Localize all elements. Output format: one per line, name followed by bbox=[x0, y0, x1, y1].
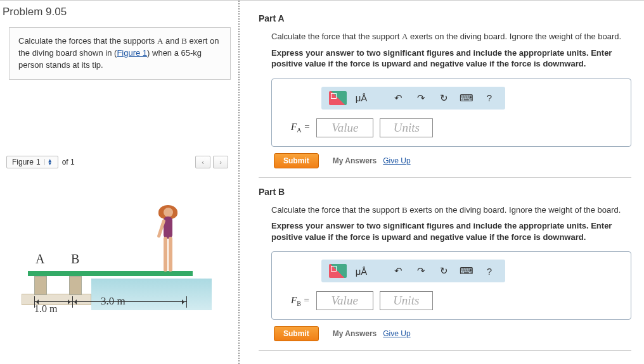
part-a-units-input[interactable]: Units bbox=[380, 118, 433, 137]
part-b-heading: Part B bbox=[259, 187, 631, 197]
figure-link[interactable]: Figure 1 bbox=[117, 48, 147, 58]
figure-current: 1 bbox=[36, 158, 41, 166]
undo-icon[interactable]: ↶ bbox=[390, 91, 406, 106]
problem-title: Problem 9.05 bbox=[3, 3, 232, 25]
my-answers-label: My Answers bbox=[333, 156, 377, 165]
part-a-support-symbol: A bbox=[402, 32, 408, 41]
part-b-variable: FB = bbox=[291, 295, 310, 307]
problem-text-mid1: and bbox=[163, 36, 181, 46]
figure-image: A B 1.0 m 3.0 m bbox=[9, 176, 226, 322]
support-b-symbol: B bbox=[181, 36, 187, 46]
figure-of-text: of 1 bbox=[61, 158, 75, 166]
separator bbox=[259, 350, 631, 351]
figure-next-button[interactable]: › bbox=[213, 156, 228, 168]
problem-text-pre: Calculate the forces that the supports bbox=[18, 36, 157, 46]
my-answers-label: My Answers bbox=[333, 329, 377, 338]
stepper-icon[interactable]: ▲▼ bbox=[44, 159, 53, 165]
figure-label-a: A bbox=[35, 252, 44, 267]
part-a-answer-links: My Answers Give Up bbox=[333, 156, 411, 165]
symbols-button[interactable]: μÅ bbox=[353, 91, 370, 106]
figure-dim-btip: 3.0 m bbox=[101, 295, 126, 308]
give-up-link[interactable]: Give Up bbox=[383, 156, 410, 165]
part-a-prompt: Calculate the force that the support A e… bbox=[271, 31, 631, 42]
part-b-instruction: Express your answer to two significant f… bbox=[271, 220, 631, 242]
figure-selector[interactable]: Figure 1 ▲▼ bbox=[6, 156, 58, 168]
keyboard-icon[interactable]: ⌨ bbox=[458, 263, 475, 279]
part-b-toolbar: μÅ ↶ ↷ ↻ ⌨ ? bbox=[321, 260, 505, 282]
problem-statement: Calculate the forces that the supports A… bbox=[9, 27, 231, 80]
figure-dim-ab: 1.0 m bbox=[34, 303, 57, 315]
redo-icon[interactable]: ↷ bbox=[413, 91, 429, 106]
templates-icon[interactable] bbox=[329, 91, 347, 105]
part-b-submit-button[interactable]: Submit bbox=[274, 326, 319, 341]
part-b-answer-box: μÅ ↶ ↷ ↻ ⌨ ? FB = Value Units bbox=[271, 251, 631, 320]
part-b-value-input[interactable]: Value bbox=[316, 291, 373, 310]
reset-icon[interactable]: ↻ bbox=[435, 91, 452, 106]
reset-icon[interactable]: ↻ bbox=[435, 263, 452, 279]
separator bbox=[259, 177, 631, 178]
part-a-instruction: Express your answer to two significant f… bbox=[271, 47, 631, 70]
part-a-prompt-post: exerts on the diving board. Ignore the w… bbox=[408, 32, 621, 41]
part-a-toolbar: μÅ ↶ ↷ ↻ ⌨ ? bbox=[321, 87, 505, 110]
redo-icon[interactable]: ↷ bbox=[413, 263, 429, 279]
part-a-prompt-pre: Calculate the force that the support bbox=[271, 32, 402, 41]
part-b-support-symbol: B bbox=[402, 205, 408, 215]
part-a-variable: FA = bbox=[291, 122, 310, 134]
keyboard-icon[interactable]: ⌨ bbox=[458, 91, 475, 106]
undo-icon[interactable]: ↶ bbox=[390, 263, 406, 279]
part-b-prompt-pre: Calculate the force that the support bbox=[271, 205, 402, 215]
help-icon[interactable]: ? bbox=[481, 91, 498, 106]
part-a-value-input[interactable]: Value bbox=[316, 118, 373, 137]
figure-prev-button[interactable]: ‹ bbox=[195, 156, 210, 168]
part-b-units-input[interactable]: Units bbox=[380, 291, 433, 310]
symbols-button[interactable]: μÅ bbox=[353, 263, 370, 279]
part-a-answer-box: μÅ ↶ ↷ ↻ ⌨ ? FA = Value Units bbox=[271, 78, 631, 147]
part-b-prompt-post: exerts on the diving board. Ignore the w… bbox=[408, 205, 621, 215]
support-a-symbol: A bbox=[157, 36, 163, 46]
help-icon[interactable]: ? bbox=[481, 263, 498, 279]
figure-nav-bar: Figure 1 ▲▼ of 1 ‹ › bbox=[6, 156, 231, 168]
give-up-link[interactable]: Give Up bbox=[383, 329, 410, 338]
templates-icon[interactable] bbox=[329, 264, 347, 278]
figure-label: Figure bbox=[12, 158, 34, 166]
part-b-answer-links: My Answers Give Up bbox=[333, 329, 411, 338]
part-b-prompt: Calculate the force that the support B e… bbox=[271, 204, 631, 216]
part-a-heading: Part A bbox=[259, 13, 631, 23]
part-a-submit-button[interactable]: Submit bbox=[274, 153, 319, 168]
figure-label-b: B bbox=[71, 252, 79, 267]
